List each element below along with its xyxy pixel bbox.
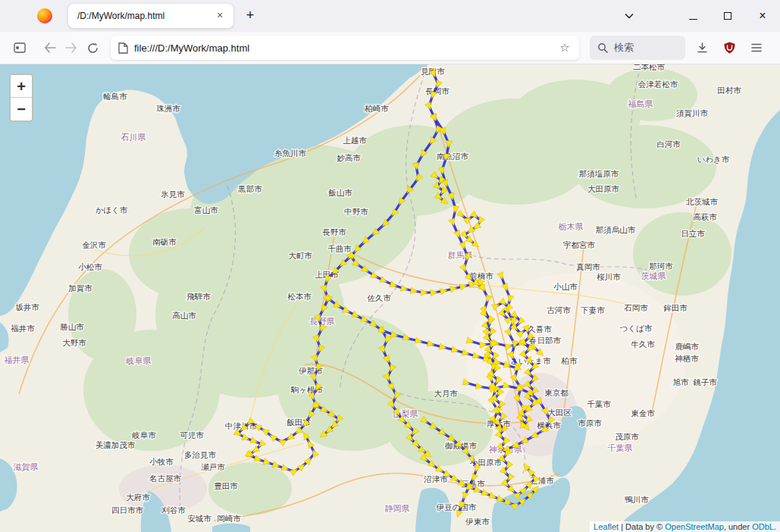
firefox-logo-icon: [37, 8, 52, 23]
minimize-button[interactable]: [675, 0, 710, 32]
map-city-label: 二本松市: [633, 64, 666, 71]
map-city-label: 大田区: [547, 408, 572, 417]
map-prefecture-label: 福井県: [5, 355, 30, 365]
map-city-label: 大野市: [62, 338, 86, 347]
map-city-label: 小牧市: [149, 457, 174, 466]
map-city-label: 那須烏山市: [596, 225, 636, 234]
search-placeholder: 検索: [614, 41, 634, 55]
reload-button[interactable]: [82, 37, 103, 58]
map-city-label: 中野市: [344, 207, 368, 216]
map-city-label: 坂井市: [15, 302, 39, 311]
tab-map-html[interactable]: /D:/MyWork/map.html ×: [68, 4, 233, 28]
zoom-in-button[interactable]: +: [11, 75, 32, 98]
map-city-label: 富山市: [194, 205, 218, 214]
map-city-label: 加賀市: [68, 283, 92, 293]
map-city-label: 大町市: [288, 251, 312, 260]
map-attribution: Leaflet | Data by © OpenStreetMap, under…: [590, 521, 780, 532]
map-city-label: 鹿嶋市: [675, 342, 699, 351]
map-city-label: 田村市: [717, 86, 741, 95]
new-tab-button[interactable]: +: [240, 5, 261, 27]
map-city-label: 市原市: [578, 418, 602, 427]
ublock-shield-icon: [724, 42, 735, 54]
navigation-toolbar: file:///D:/MyWork/map.html ☆ 検索: [0, 32, 780, 64]
map-city-label: つくば市: [620, 324, 653, 333]
map-city-label: 四日市市: [111, 505, 144, 515]
map-city-label: 柏市: [561, 356, 578, 365]
map-city-label: 大府市: [126, 493, 150, 502]
url-bar[interactable]: file:///D:/MyWork/map.html ☆: [111, 36, 579, 60]
search-bar[interactable]: 検索: [590, 36, 685, 60]
map-prefecture-label: 石川県: [121, 133, 146, 142]
map-city-label: 佐久市: [367, 293, 391, 302]
forward-button[interactable]: [61, 37, 82, 58]
bookmark-star-icon[interactable]: ☆: [555, 38, 575, 58]
menu-button[interactable]: [746, 37, 767, 58]
map-city-label: 高萩市: [693, 212, 717, 221]
map-city-label: 南砺市: [152, 237, 177, 246]
minimize-icon: [689, 19, 697, 20]
download-icon: [697, 42, 708, 54]
firefox-view-icon: [14, 42, 26, 54]
map-prefecture-label: 滋賀県: [14, 462, 39, 471]
map-city-label: いわき市: [697, 155, 730, 164]
map-city-label: 牛久市: [631, 340, 655, 349]
browser-window: /D:/MyWork/map.html × + × file:///D:/MyW…: [0, 0, 780, 532]
map-city-label: 妙高市: [337, 153, 361, 162]
map-city-label: 旭市: [673, 377, 690, 386]
list-all-tabs-button[interactable]: [618, 5, 641, 27]
map-city-label: 日立市: [681, 229, 705, 238]
tab-close-icon[interactable]: ×: [212, 8, 227, 23]
map-city-label: かほく市: [96, 205, 128, 214]
attribution-data-by: Data by ©: [625, 522, 665, 531]
map-city-label: 小山市: [553, 282, 578, 291]
map-city-label: 小松市: [78, 262, 102, 271]
leaflet-link[interactable]: Leaflet: [594, 522, 619, 531]
map-city-label: 那珂市: [649, 261, 673, 271]
map-city-label: 銚子市: [693, 377, 717, 386]
map-city-label: 古河市: [547, 305, 571, 315]
map-city-label: 安城市: [187, 514, 211, 523]
firefox-view-button[interactable]: [9, 37, 30, 58]
map-city-label: 宇都宮市: [563, 240, 596, 249]
map-city-label: 桜川市: [597, 272, 621, 281]
openstreetmap-link[interactable]: OpenStreetMap: [665, 522, 724, 531]
map-city-label: 輪島市: [103, 92, 127, 101]
map-city-label: 豊田市: [214, 481, 238, 490]
map-city-label: 鴨川市: [625, 495, 649, 504]
back-button[interactable]: [39, 37, 61, 58]
close-window-button[interactable]: ×: [745, 0, 780, 32]
map-prefecture-label: 長野県: [310, 317, 335, 326]
downloads-button[interactable]: [691, 37, 713, 58]
map-city-label: 長野市: [322, 227, 346, 236]
map-city-label: 黒部市: [237, 184, 262, 193]
map-prefecture-label: 茨城県: [641, 271, 666, 280]
map-city-label: 真岡市: [576, 262, 600, 271]
map-city-label: 伊豆の国市: [436, 502, 477, 512]
nav-right-icons: [691, 37, 767, 58]
map-city-label: 刈谷市: [161, 505, 186, 515]
back-arrow-icon: [44, 42, 56, 53]
map-city-label: 久喜市: [528, 324, 552, 333]
map-prefecture-label: 岐阜県: [127, 356, 152, 365]
map-city-label: 千曲市: [327, 244, 352, 253]
maximize-button[interactable]: [710, 0, 745, 32]
map-city-label: 福井市: [11, 324, 35, 333]
leaflet-map[interactable]: 見附市二本松市会津若松市田村市長岡市柏崎市輪島市珠洲市須賀川市白河市上越市糸魚川…: [0, 64, 780, 532]
map-city-label: 美濃加茂市: [96, 440, 136, 449]
map-prefecture-label: 福島県: [628, 99, 653, 108]
map-city-label: 神栖市: [675, 354, 699, 363]
reload-icon: [87, 42, 99, 54]
map-city-label: 東京都: [544, 388, 569, 397]
forward-arrow-icon: [65, 42, 77, 53]
odbl-link[interactable]: ODbL: [752, 522, 774, 531]
attribution-period: .: [774, 522, 776, 531]
attribution-separator: |: [619, 522, 625, 531]
map-canvas: 見附市二本松市会津若松市田村市長岡市柏崎市輪島市珠洲市須賀川市白河市上越市糸魚川…: [0, 64, 780, 532]
ublock-extension-button[interactable]: [719, 37, 740, 58]
map-city-label: 下妻市: [580, 305, 605, 315]
map-city-label: 金沢市: [82, 240, 106, 249]
map-city-label: 多治見市: [184, 450, 217, 459]
map-city-label: 可児市: [180, 430, 204, 440]
zoom-out-button[interactable]: −: [11, 98, 32, 120]
search-icon: [597, 42, 608, 53]
